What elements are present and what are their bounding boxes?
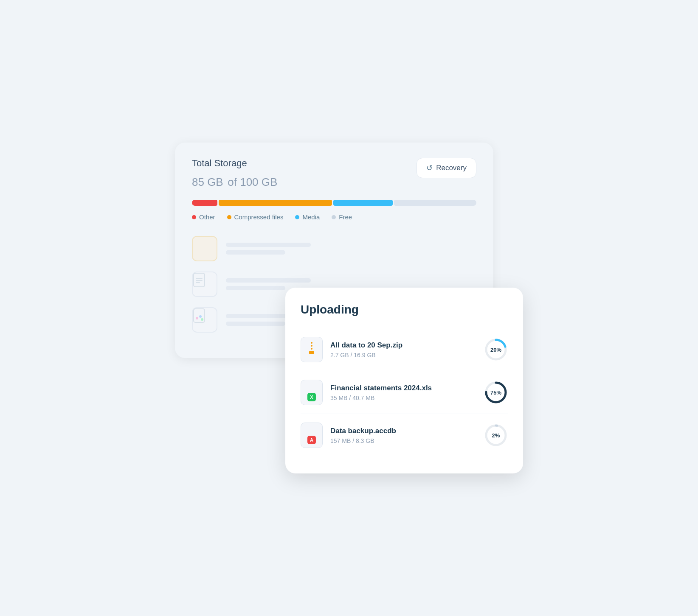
- accdb-file-size: 157 MB / 8.3 GB: [330, 437, 476, 444]
- zip-dot-1: [311, 342, 312, 344]
- legend-label-media: Media: [302, 213, 320, 221]
- accdb-file-info: Data backup.accdb 157 MB / 8.3 GB: [330, 427, 476, 444]
- xls-file-icon: X: [301, 380, 323, 405]
- zip-progress-circle: 20%: [484, 338, 508, 361]
- bar-compressed: [219, 200, 332, 206]
- xls-progress-circle: 75%: [484, 381, 508, 404]
- accdb-file-icon: A: [301, 423, 323, 448]
- upload-item-xls: X Financial statements 2024.xls 35 MB / …: [301, 371, 508, 414]
- upload-card: Uploading All data to 20 Sep.zip 2.7 GB …: [285, 288, 523, 473]
- bg-text-line-2: [226, 250, 285, 255]
- bar-free: [394, 200, 476, 206]
- storage-used: 85 GB: [192, 176, 223, 188]
- legend-label-free: Free: [339, 213, 352, 221]
- legend-media: Media: [295, 213, 320, 221]
- bg-folder-icon: [192, 236, 217, 261]
- legend-label-compressed: Compressed files: [234, 213, 284, 221]
- xls-badge: X: [307, 393, 316, 401]
- zip-file-icon: [301, 337, 323, 362]
- xls-file-size: 35 MB / 40.7 MB: [330, 395, 476, 401]
- upload-item-zip: All data to 20 Sep.zip 2.7 GB / 16.9 GB …: [301, 328, 508, 371]
- svg-point-5: [196, 317, 198, 319]
- bg-file-row-1: [192, 236, 476, 261]
- legend-free: Free: [332, 213, 352, 221]
- legend-dot-media: [295, 215, 299, 219]
- xls-file-info: Financial statements 2024.xls 35 MB / 40…: [330, 384, 476, 401]
- accdb-progress-text: 2%: [492, 432, 500, 439]
- accdb-file-name: Data backup.accdb: [330, 427, 476, 435]
- storage-title: Total Storage: [192, 158, 277, 169]
- bar-other: [192, 200, 217, 206]
- xls-progress-text: 75%: [490, 389, 501, 396]
- accdb-progress-circle: 2%: [484, 423, 508, 447]
- storage-legend: Other Compressed files Media Free: [192, 213, 476, 221]
- storage-amount: 85 GB of 100 GB: [192, 171, 277, 190]
- accdb-badge: A: [307, 436, 316, 444]
- xls-file-name: Financial statements 2024.xls: [330, 384, 476, 392]
- bg-text-line-3: [226, 278, 311, 283]
- storage-header: Total Storage 85 GB of 100 GB ↺ Recovery: [192, 158, 476, 190]
- zip-icon-art: [309, 342, 314, 354]
- svg-rect-4: [194, 309, 205, 322]
- legend-compressed: Compressed files: [227, 213, 284, 221]
- storage-total: of 100 GB: [228, 176, 277, 188]
- svg-point-6: [199, 315, 202, 318]
- upload-title: Uploading: [301, 303, 508, 316]
- bg-text-line-6: [226, 322, 285, 326]
- bg-doc-icon: [192, 272, 217, 297]
- legend-other: Other: [192, 213, 215, 221]
- storage-info: Total Storage 85 GB of 100 GB: [192, 158, 277, 190]
- recovery-label: Recovery: [436, 164, 467, 172]
- bg-text-line-4: [226, 286, 285, 290]
- recovery-button[interactable]: ↺ Recovery: [417, 158, 476, 178]
- storage-bar: [192, 200, 476, 206]
- bg-file-text-1: [226, 243, 311, 255]
- zip-file-info: All data to 20 Sep.zip 2.7 GB / 16.9 GB: [330, 341, 476, 358]
- bg-text-line-1: [226, 243, 311, 247]
- main-scene: Total Storage 85 GB of 100 GB ↺ Recovery: [175, 143, 523, 473]
- legend-dot-free: [332, 215, 336, 219]
- upload-items-list: All data to 20 Sep.zip 2.7 GB / 16.9 GB …: [301, 328, 508, 456]
- bg-doc2-icon: [192, 307, 217, 333]
- recovery-icon: ↺: [426, 163, 433, 173]
- svg-point-7: [201, 318, 203, 321]
- zip-file-name: All data to 20 Sep.zip: [330, 341, 476, 350]
- zip-dot-2: [311, 345, 312, 347]
- zip-file-size: 2.7 GB / 16.9 GB: [330, 352, 476, 358]
- zip-rect: [309, 351, 314, 354]
- bar-media: [333, 200, 393, 206]
- upload-item-accdb: A Data backup.accdb 157 MB / 8.3 GB 2%: [301, 414, 508, 456]
- zip-dot-3: [311, 348, 312, 350]
- legend-dot-compressed: [227, 215, 231, 219]
- legend-label-other: Other: [199, 213, 215, 221]
- legend-dot-other: [192, 215, 196, 219]
- zip-progress-text: 20%: [490, 347, 501, 353]
